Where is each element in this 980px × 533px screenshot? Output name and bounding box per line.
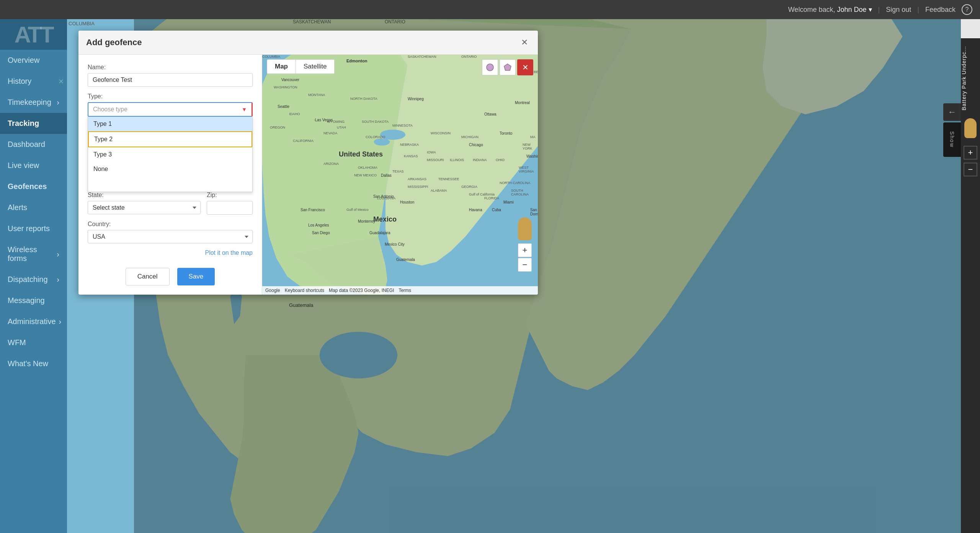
mini-map-iowa: IOWA	[427, 150, 436, 154]
draw-polygon-button[interactable]	[500, 59, 516, 75]
type-option-1[interactable]: Type 1	[88, 117, 252, 131]
mini-map-north-carolina: NORTH CAROLINA	[500, 181, 530, 185]
circle-tool-icon	[486, 63, 494, 72]
name-label: Name:	[88, 64, 253, 71]
type-select-display[interactable]: Choose type ▼	[88, 102, 253, 117]
modal-body: Name: Type: Choose type ▼ Type 1 Type 2	[78, 55, 538, 295]
type-placeholder: Choose type	[93, 106, 127, 113]
app-logo: ATT	[0, 19, 67, 50]
battery-park-text: Battery Park Underpc...	[961, 46, 967, 111]
modal-header: Add geofence ✕	[78, 31, 538, 55]
main-content: Edmonton Calgary Vancouver WASHINGTON MO…	[67, 19, 980, 533]
mini-map-idaho: IDAHO	[289, 112, 300, 116]
sidebar-item-whats-new[interactable]: What's New	[0, 353, 67, 374]
plot-on-map-link[interactable]: Plot it on the map	[88, 249, 253, 256]
mini-map-tennessee: TENNESSEE	[438, 177, 459, 181]
name-input[interactable]	[88, 73, 253, 87]
mini-map-california: CALIFORNIA	[293, 139, 314, 143]
mini-map-gulf-of-mexico: Gulf of Mexico	[346, 208, 369, 212]
mini-map-washington: WASHINGTON	[274, 85, 297, 89]
mini-map-south-carolina: SOUTH CAROLINA	[511, 189, 538, 196]
feedback-link[interactable]: Feedback	[925, 6, 956, 14]
map-footer: Google Keyboard shortcuts Map data ©2023…	[262, 286, 538, 295]
sidebar-item-tracking[interactable]: Tracking	[0, 113, 67, 134]
sidebar-item-live-view[interactable]: Live view	[0, 155, 67, 176]
dropdown-icon[interactable]: ▾	[869, 6, 872, 13]
country-label: Country:	[88, 221, 253, 228]
mini-map-nebraska: NEBRASKA	[400, 143, 419, 147]
close-map-button[interactable]: ✕	[517, 59, 533, 75]
sidebar-item-overview[interactable]: Overview	[0, 50, 67, 71]
dropdown-arrow-icon: ▼	[242, 106, 247, 112]
map-pegman[interactable]	[518, 217, 532, 240]
mini-map-chicago: Chicago	[469, 143, 483, 147]
zip-input[interactable]	[207, 201, 253, 215]
mini-map-montreal: Montreal	[515, 101, 530, 105]
sidebar-item-dashboard[interactable]: Dashboard	[0, 134, 67, 155]
mini-map-north-dakota: NORTH DAKOTA	[350, 97, 377, 101]
keyboard-shortcuts[interactable]: Keyboard shortcuts	[285, 288, 324, 293]
mini-map-dallas: Dallas	[381, 173, 392, 178]
mini-map-south-dakota: SOUTH DAKOTA	[362, 120, 389, 124]
mini-map-las-vegas: ·Las Vegas	[314, 118, 333, 122]
history-close-icon[interactable]: ✕	[58, 77, 64, 86]
sidebar-item-timekeeping[interactable]: Timekeeping	[0, 92, 67, 113]
separator: |	[878, 6, 880, 14]
map-tab-map[interactable]: Map	[267, 60, 296, 73]
type-option-3[interactable]: Type 3	[88, 147, 252, 162]
sidebar-item-history[interactable]: History ✕	[0, 71, 67, 92]
modal-title: Add geofence	[86, 37, 142, 47]
sidebar: ATT Overview History ✕ Timekeeping Track…	[0, 19, 67, 533]
save-button[interactable]: Save	[177, 268, 215, 285]
username: John Doe	[837, 6, 866, 13]
modal-close-button[interactable]: ✕	[519, 37, 530, 48]
state-wrap: State: Select state	[88, 192, 201, 215]
draw-circle-button[interactable]	[482, 59, 498, 75]
mini-map-nevada: NEVADA	[323, 131, 337, 135]
name-group: Name:	[88, 64, 253, 87]
country-select[interactable]: USA	[88, 230, 253, 243]
type-option-none[interactable]: None	[88, 162, 252, 176]
mini-map-mississippi: MISSISSIPPI	[408, 185, 428, 189]
sidebar-item-messaging[interactable]: Messaging	[0, 290, 67, 311]
sidebar-item-user-reports[interactable]: User reports	[0, 218, 67, 239]
mini-map-alabama: ALABAMA	[431, 189, 447, 192]
type-option-2[interactable]: Type 2	[88, 131, 252, 147]
mini-map-winnipeg: Winnipeg	[408, 97, 424, 101]
svg-point-5	[487, 64, 493, 71]
right-panel-minus[interactable]: −	[964, 163, 977, 176]
map-tabs: Map Satellite	[267, 59, 335, 74]
sidebar-item-wfm[interactable]: WFM	[0, 332, 67, 353]
sidebar-item-administrative[interactable]: Administrative	[0, 311, 67, 332]
modal-map: Map Satellite ✕	[262, 55, 538, 295]
mini-map-new-mexico: NEW MEXICO	[354, 173, 377, 177]
mini-map-mexico-city: Mexico City	[385, 242, 405, 246]
right-panel-plus[interactable]: +	[964, 146, 977, 160]
help-button[interactable]: ?	[962, 4, 972, 15]
separator2: |	[917, 6, 919, 14]
sidebar-item-wireless-forms[interactable]: Wireless forms	[0, 239, 67, 269]
zoom-out-button[interactable]: −	[518, 258, 532, 272]
state-select[interactable]: Select state	[88, 201, 201, 214]
map-data-label: Map data ©2023 Google, INEGI	[329, 288, 394, 293]
state-zip-row: State: Select state Zip:	[88, 192, 253, 215]
map-display[interactable]: Edmonton Calgary Vancouver WASHINGTON MO…	[262, 55, 538, 295]
country-group: Country: USA	[88, 221, 253, 243]
mini-map-illinois: ILLINOIS	[450, 158, 464, 162]
map-tab-satellite[interactable]: Satellite	[296, 60, 334, 73]
mini-map-san-dom: San Domi...	[530, 208, 538, 216]
signout-link[interactable]: Sign out	[886, 6, 911, 14]
mini-map-monterrey: Monterrey	[358, 219, 375, 223]
sidebar-item-dispatching[interactable]: Dispatching	[0, 269, 67, 290]
mini-map-kansas: KANSAS	[404, 154, 418, 158]
sidebar-item-geofences[interactable]: Geofences	[0, 176, 67, 197]
cancel-button[interactable]: Cancel	[126, 268, 170, 285]
terms-link[interactable]: Terms	[399, 288, 411, 293]
welcome-text: Welcome back, John Doe ▾	[788, 5, 872, 14]
zoom-in-button[interactable]: +	[518, 243, 532, 257]
form-footer: Cancel Save	[88, 268, 253, 285]
mini-map-new-york: NEW YORK	[523, 143, 538, 150]
type-group: Type: Choose type ▼ Type 1 Type 2 Type 3…	[88, 93, 253, 117]
sidebar-item-alerts[interactable]: Alerts	[0, 197, 67, 218]
mini-map-arizona: ARIZONA	[323, 162, 339, 166]
